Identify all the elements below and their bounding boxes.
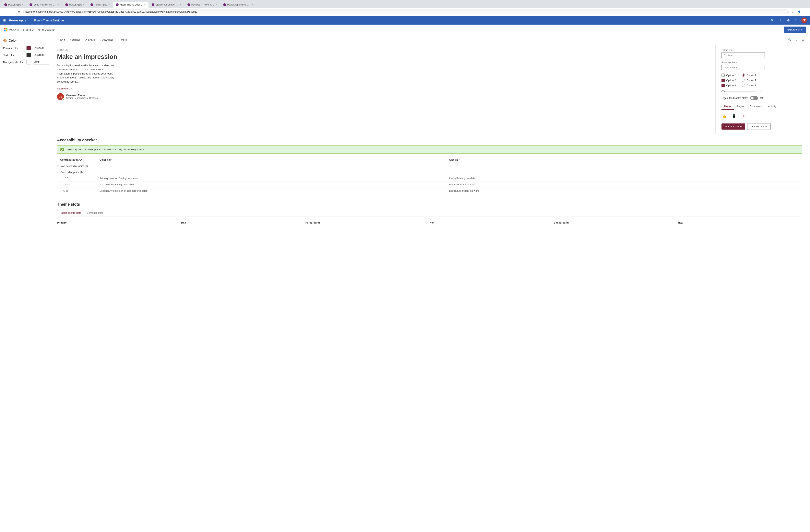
- primary-color-swatch[interactable]: [26, 46, 31, 50]
- checkbox-box-2[interactable]: [722, 79, 725, 82]
- profile-icon[interactable]: 👤: [797, 9, 802, 14]
- background-color-input[interactable]: [33, 60, 50, 65]
- app-subtitle: Fluent Theme Designer: [34, 19, 65, 22]
- radio-2[interactable]: Option 2: [742, 79, 756, 82]
- checkbox-2[interactable]: Option 2: [722, 79, 736, 82]
- back-button[interactable]: ←: [2, 9, 7, 15]
- checkbox-3[interactable]: Option 3: [722, 84, 736, 87]
- browser-tab-2[interactable]: Code Review Tool Experim... ×: [27, 2, 62, 8]
- settings-icon[interactable]: ⚙: [785, 17, 791, 23]
- tab-close-6[interactable]: ×: [180, 3, 181, 6]
- toggle-description: Toggle for disabled states: [722, 97, 748, 99]
- asterisk-icon[interactable]: ✳: [740, 113, 747, 119]
- share-label: Share: [88, 38, 95, 41]
- tab-close-3[interactable]: ×: [83, 3, 85, 6]
- tab-home[interactable]: Home: [722, 103, 734, 110]
- tab-close-2[interactable]: ×: [58, 3, 60, 6]
- primary-button[interactable]: Primary button: [722, 123, 745, 130]
- new-button[interactable]: + New ▾: [53, 37, 67, 43]
- default-button[interactable]: Default button: [747, 123, 771, 130]
- reload-button[interactable]: ↻: [16, 9, 22, 15]
- ms-logo-squares: [4, 28, 7, 31]
- accessibility-row-1: 10.01 Primary color on Background color …: [57, 175, 802, 181]
- forward-button[interactable]: →: [9, 9, 15, 15]
- tab-favicon-1: [4, 3, 7, 6]
- primary-col-header: Primary: [57, 221, 181, 224]
- success-icon: ✅: [60, 148, 64, 151]
- upload-button[interactable]: ↑ Upload: [68, 37, 82, 43]
- slider-input[interactable]: [722, 91, 757, 92]
- checkbox-1[interactable]: Option 1: [722, 73, 736, 77]
- slots-table-header: Primary Hex Foreground Hex Background He…: [57, 220, 802, 226]
- text-color-swatch[interactable]: [26, 53, 31, 57]
- tab-close-8[interactable]: ×: [252, 3, 253, 6]
- toggle-switch[interactable]: [750, 96, 758, 100]
- checkbox-group: Option 1 Option 2 Option 3: [722, 73, 736, 87]
- browser-tab-8[interactable]: Power Apps Review Tool ... ×: [221, 2, 256, 8]
- new-label: New: [58, 38, 63, 41]
- more-button[interactable]: ··· More: [116, 37, 129, 43]
- list-icon[interactable]: ☰: [800, 37, 806, 43]
- checkbox-box-3[interactable]: [722, 84, 725, 87]
- account-avatar[interactable]: CE: [801, 17, 807, 23]
- radio-1[interactable]: Option 1: [742, 73, 756, 77]
- background-color-swatch[interactable]: [26, 60, 31, 65]
- learn-more-link[interactable]: Learn more ›: [57, 87, 708, 90]
- share-icon: ↗: [85, 38, 87, 41]
- tab-documents[interactable]: Documents: [747, 103, 765, 110]
- tab-favicon-4: [91, 3, 93, 6]
- tab-activity[interactable]: Activity: [765, 103, 779, 110]
- background-color-row: Background color: [3, 60, 46, 65]
- browser-tab-1[interactable]: Power Apps ×: [2, 2, 26, 8]
- download-button[interactable]: ↓ Download: [98, 37, 115, 43]
- learn-more-arrow: ›: [71, 87, 71, 90]
- text-color-input[interactable]: [33, 53, 50, 57]
- mobile-icon[interactable]: 📱: [731, 113, 737, 119]
- download-icon[interactable]: ↓: [778, 17, 783, 23]
- tab-close-5[interactable]: ×: [144, 3, 146, 6]
- filter-icon[interactable]: ▽: [793, 37, 799, 43]
- row2-ratio: 12.98: [63, 183, 99, 186]
- accessible-section[interactable]: ∨ Accessible pairs (3): [57, 169, 802, 175]
- text-input-field[interactable]: [722, 65, 765, 70]
- like-icon[interactable]: 👍: [722, 113, 728, 119]
- dropdown-select[interactable]: Content ⌄: [722, 52, 765, 58]
- browser-tab-5[interactable]: Fluent Theme Designer - ... ×: [113, 2, 148, 8]
- radio-circle-3[interactable]: [742, 84, 745, 87]
- app-title: Power Apps: [9, 19, 26, 22]
- tab-pages[interactable]: Pages: [734, 103, 747, 110]
- tab-label-7: Reviews – Power Apps: [191, 3, 215, 6]
- radio-circle-1[interactable]: [742, 73, 745, 77]
- new-tab-button[interactable]: +: [256, 2, 262, 8]
- address-input[interactable]: [23, 9, 789, 14]
- menu-icon[interactable]: ⋮: [803, 9, 808, 14]
- color-section-label: Color: [9, 39, 17, 43]
- radio-3[interactable]: Option 3: [742, 84, 756, 87]
- tab-close-4[interactable]: ×: [108, 3, 110, 6]
- browser-actions: ☆ 👤 ⋮: [790, 9, 808, 14]
- share-button[interactable]: ↗ Share: [83, 37, 97, 43]
- fabric-palette-tab[interactable]: Fabric palette slots: [57, 210, 84, 216]
- browser-tab-7[interactable]: Reviews – Power Apps ×: [185, 2, 220, 8]
- non-accessible-section[interactable]: ∨ Non accessible pairs (0): [57, 163, 802, 169]
- checkbox-box-1[interactable]: [722, 73, 725, 77]
- help-icon[interactable]: ?: [793, 17, 799, 23]
- semantic-slots-tab[interactable]: Semantic slots: [84, 210, 106, 216]
- radio-circle-2[interactable]: [742, 79, 745, 82]
- export-theme-button[interactable]: Export theme: [784, 27, 806, 33]
- bookmark-icon[interactable]: ☆: [790, 9, 795, 14]
- search-toolbar-icon[interactable]: 🔍: [787, 37, 793, 43]
- slots-tabs: Fabric palette slots Semantic slots: [57, 210, 802, 216]
- browser-tab-4[interactable]: Power Apps ×: [88, 2, 113, 8]
- tab-label-1: Power Apps: [8, 3, 21, 6]
- browser-tab-3[interactable]: Power Apps ×: [63, 2, 87, 8]
- primary-color-label: Primary color: [3, 47, 25, 50]
- waffle-icon[interactable]: ⊞: [3, 18, 6, 22]
- search-icon[interactable]: 🔍: [770, 17, 775, 23]
- tab-close-7[interactable]: ×: [216, 3, 217, 6]
- browser-tab-6[interactable]: Creator Kit Control Refere... ×: [149, 2, 184, 8]
- tab-label-2: Code Review Tool Experim...: [33, 3, 56, 6]
- tab-close-1[interactable]: ×: [22, 3, 23, 6]
- primary-color-input[interactable]: [33, 46, 50, 50]
- preview-two-col: STORIES Make an impression Make a big im…: [49, 45, 810, 134]
